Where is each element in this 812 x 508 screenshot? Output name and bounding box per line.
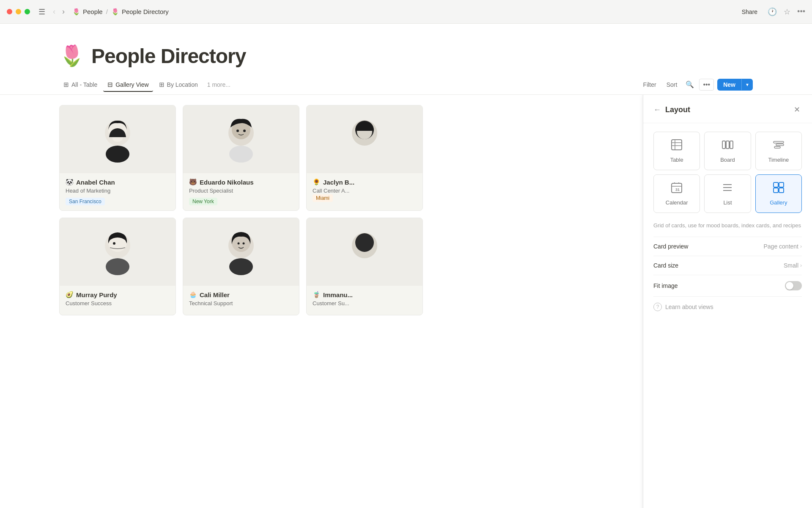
card-role-5: Technical Support: [189, 300, 293, 306]
svg-point-21: [238, 243, 240, 245]
new-button-group: New ▾: [717, 79, 753, 91]
card-image-6: [307, 218, 422, 286]
minimize-button[interactable]: [16, 9, 21, 14]
card-image-2: [183, 105, 299, 173]
breadcrumb-page[interactable]: 🌷 People Directory: [111, 8, 169, 16]
panel-back-button[interactable]: ←: [653, 105, 661, 114]
layout-option-timeline[interactable]: Timeline: [755, 132, 802, 170]
gallery-tab-icon: ⊟: [107, 81, 113, 88]
search-button[interactable]: 🔍: [684, 79, 696, 90]
gallery-card-3[interactable]: 🌻 Jaclyn B... Call Center A... Miami: [306, 105, 423, 211]
breadcrumb-people[interactable]: 🌷 People: [72, 8, 103, 16]
card-name-3: 🌻 Jaclyn B...: [313, 178, 417, 186]
list-layout-icon: [721, 182, 733, 196]
svg-point-9: [243, 130, 246, 132]
sort-button[interactable]: Sort: [663, 80, 681, 90]
card-preview-row[interactable]: Card preview Page content ›: [643, 237, 812, 256]
panel-title: Layout: [665, 105, 690, 114]
new-button-chevron[interactable]: ▾: [741, 79, 753, 90]
card-image-4: [60, 218, 176, 286]
fit-image-label: Fit image: [653, 282, 678, 289]
people-emoji: 🌷: [72, 8, 80, 16]
card-size-value: Small ›: [784, 262, 802, 269]
nav-arrows: ‹ ›: [50, 6, 67, 18]
breadcrumb-page-label: People Directory: [122, 8, 169, 15]
tab-by-location[interactable]: ⊞ By Location: [155, 78, 202, 92]
card-emoji-5: 🧁: [189, 291, 197, 298]
svg-point-1: [106, 146, 129, 163]
filter-button[interactable]: Filter: [640, 80, 660, 90]
more-toolbar-button[interactable]: •••: [699, 79, 714, 91]
gallery-card-1[interactable]: 🐼 Anabel Chan Head of Marketing San Fran…: [59, 105, 176, 211]
gallery-card-6[interactable]: 🧋 Immanu... Customer Su...: [306, 218, 423, 315]
maximize-button[interactable]: [25, 9, 30, 14]
learn-views-link[interactable]: ? Learn about views: [643, 297, 812, 317]
toolbar-right: Filter Sort 🔍 ••• New ▾: [640, 79, 753, 91]
breadcrumb: 🌷 People / 🌷 People Directory: [72, 8, 733, 16]
table-layout-label: Table: [670, 157, 683, 163]
favorite-icon[interactable]: ☆: [784, 7, 790, 17]
card-body-3: 🌻 Jaclyn B... Call Center A... Miami: [307, 173, 422, 207]
card-role-2: Product Specialist: [189, 188, 293, 194]
svg-point-24: [355, 233, 374, 252]
card-name-1: 🐼 Anabel Chan: [66, 178, 170, 186]
history-icon[interactable]: 🕐: [768, 7, 777, 17]
avatar-eduardo: [220, 114, 262, 165]
toggle-knob: [786, 282, 793, 290]
card-name-6: 🧋 Immanu...: [313, 291, 417, 298]
card-tag-1: San Francisco: [66, 198, 105, 205]
panel-header-left: ← Layout: [653, 105, 690, 114]
titlebar: ☰ ‹ › 🌷 People / 🌷 People Directory Shar…: [0, 0, 812, 24]
svg-rect-34: [774, 146, 780, 148]
card-name-5: 🧁 Cali Miller: [189, 291, 293, 298]
traffic-lights: [7, 9, 30, 14]
breadcrumb-people-label: People: [83, 8, 103, 15]
back-button[interactable]: ‹: [50, 6, 58, 18]
card-preview-value-text: Page content: [763, 243, 798, 250]
card-image-5: [183, 218, 299, 286]
layout-option-board[interactable]: Board: [704, 132, 751, 170]
layout-option-calendar[interactable]: 31 Calendar: [653, 174, 700, 213]
sidebar-toggle-icon[interactable]: ☰: [38, 7, 45, 17]
gallery-card-2[interactable]: 🐻 Eduardo Nikolaus Product Specialist Ne…: [183, 105, 299, 211]
tab-all-table[interactable]: ⊞ All - Table: [59, 78, 102, 92]
page-title-row: 🌷 People Directory: [59, 44, 753, 68]
gallery-card-4[interactable]: 🥑 Murray Purdy Customer Success: [59, 218, 176, 315]
calendar-layout-icon: 31: [671, 182, 683, 196]
new-button[interactable]: New: [717, 79, 741, 91]
layout-option-table[interactable]: Table: [653, 132, 700, 170]
forward-button[interactable]: ›: [60, 6, 67, 18]
avatar-immanuel: [343, 226, 386, 277]
location-tab-icon: ⊞: [159, 81, 165, 88]
card-size-row[interactable]: Card size Small ›: [643, 256, 812, 275]
timeline-layout-label: Timeline: [768, 157, 789, 163]
svg-point-22: [243, 243, 245, 245]
layout-options-grid: Table Board: [643, 123, 812, 221]
toolbar: ⊞ All - Table ⊟ Gallery View ⊞ By Locati…: [0, 75, 812, 95]
card-role-1: Head of Marketing: [66, 188, 170, 194]
card-body-1: 🐼 Anabel Chan Head of Marketing San Fran…: [60, 173, 176, 210]
card-emoji-3: 🌻: [313, 178, 321, 186]
tab-gallery-view-label: Gallery View: [115, 81, 148, 88]
card-role-6: Customer Su...: [313, 300, 417, 306]
card-body-2: 🐻 Eduardo Nikolaus Product Specialist Ne…: [183, 173, 299, 210]
layout-option-gallery[interactable]: Gallery: [755, 174, 802, 213]
tab-gallery-view[interactable]: ⊟ Gallery View: [103, 78, 153, 92]
close-button[interactable]: [7, 9, 12, 14]
panel-close-button[interactable]: ✕: [792, 103, 802, 116]
layout-option-list[interactable]: List: [704, 174, 751, 213]
list-layout-label: List: [723, 199, 732, 206]
timeline-layout-icon: [773, 139, 785, 153]
more-options-icon[interactable]: •••: [797, 7, 805, 16]
card-size-label: Card size: [653, 262, 678, 269]
fit-image-toggle[interactable]: [785, 281, 802, 290]
svg-text:31: 31: [675, 188, 680, 192]
card-body-6: 🧋 Immanu... Customer Su...: [307, 286, 422, 312]
panel-description: Grid of cards, use for mood boards, inde…: [643, 221, 812, 237]
gallery-card-5[interactable]: 🧁 Cali Miller Technical Support: [183, 218, 299, 315]
share-button[interactable]: Share: [738, 7, 761, 17]
titlebar-right: Share 🕐 ☆ •••: [738, 7, 805, 17]
more-tabs-link[interactable]: 1 more...: [204, 79, 234, 91]
svg-rect-32: [774, 141, 784, 143]
card-emoji-6: 🧋: [313, 291, 321, 298]
